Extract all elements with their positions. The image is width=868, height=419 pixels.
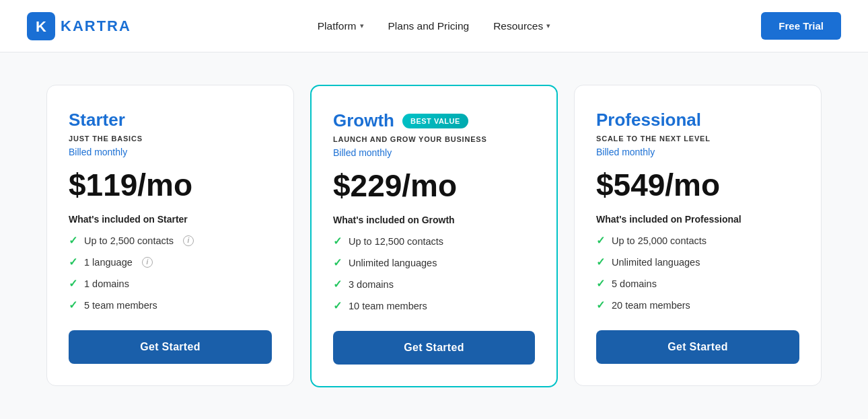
plan-features-professional: ✓Up to 25,000 contacts✓Unlimited languag… — [596, 234, 799, 311]
plan-tagline-starter: JUST THE BASICS — [69, 135, 272, 143]
resources-chevron-icon: ▾ — [546, 22, 550, 30]
list-item: ✓1 languagei — [69, 256, 272, 268]
plan-features-growth: ✓Up to 12,500 contacts✓Unlimited languag… — [333, 235, 535, 312]
list-item: ✓3 domains — [333, 278, 535, 291]
check-icon: ✓ — [333, 278, 342, 291]
list-item: ✓1 domains — [69, 277, 272, 290]
plan-name-row-professional: Professional — [596, 110, 799, 130]
info-icon: i — [142, 257, 153, 268]
check-icon: ✓ — [596, 234, 605, 247]
feature-text: 5 domains — [612, 278, 657, 289]
feature-text: Unlimited languages — [349, 258, 437, 268]
feature-text: 10 team members — [349, 301, 427, 311]
best-value-badge: BEST VALUE — [402, 114, 468, 128]
plans-grid: StarterJUST THE BASICSBilled monthly$119… — [46, 85, 822, 387]
list-item: ✓Up to 2,500 contactsi — [69, 234, 272, 247]
nav-platform[interactable]: Platform ▾ — [318, 20, 364, 32]
check-icon: ✓ — [333, 299, 342, 312]
feature-text: 5 team members — [84, 300, 157, 311]
free-trial-button[interactable]: Free Trial — [761, 12, 841, 40]
plan-name-row-growth: GrowthBEST VALUE — [333, 110, 535, 131]
list-item: ✓Up to 12,500 contacts — [333, 235, 535, 247]
feature-text: 20 team members — [612, 300, 690, 311]
logo[interactable]: K KARTRA — [27, 12, 131, 40]
list-item: ✓20 team members — [596, 299, 799, 311]
feature-text: 1 domains — [84, 278, 129, 289]
plan-name-professional: Professional — [596, 110, 701, 130]
nav-resources[interactable]: Resources ▾ — [493, 20, 550, 32]
svg-text:K: K — [36, 17, 46, 34]
plan-includes-title-growth: What's included on Growth — [333, 215, 535, 225]
plan-price-professional: $549/mo — [596, 169, 799, 200]
plan-price-starter: $119/mo — [69, 169, 272, 200]
plan-card-starter: StarterJUST THE BASICSBilled monthly$119… — [46, 85, 294, 386]
list-item: ✓Unlimited languages — [333, 256, 535, 269]
plan-card-professional: ProfessionalSCALE TO THE NEXT LEVELBille… — [574, 85, 822, 386]
plan-includes-title-professional: What's included on Professional — [596, 214, 799, 225]
list-item: ✓Up to 25,000 contacts — [596, 234, 799, 247]
plan-name-growth: Growth — [333, 110, 394, 131]
plan-includes-title-starter: What's included on Starter — [69, 214, 272, 225]
check-icon: ✓ — [69, 277, 77, 290]
check-icon: ✓ — [69, 299, 77, 311]
plan-billing-growth: Billed monthly — [333, 147, 535, 158]
get-started-button-growth[interactable]: Get Started — [333, 331, 535, 365]
check-icon: ✓ — [596, 256, 605, 268]
header: K KARTRA Platform ▾ Plans and Pricing Re… — [0, 0, 868, 52]
plan-name-starter: Starter — [69, 110, 125, 130]
platform-chevron-icon: ▾ — [360, 22, 364, 30]
plan-billing-professional: Billed monthly — [596, 147, 799, 157]
get-started-button-starter[interactable]: Get Started — [69, 330, 272, 364]
feature-text: Up to 2,500 contacts — [84, 235, 174, 246]
list-item: ✓5 team members — [69, 299, 272, 311]
check-icon: ✓ — [333, 256, 342, 269]
main-content: StarterJUST THE BASICSBilled monthly$119… — [30, 52, 838, 419]
feature-text: Up to 12,500 contacts — [349, 236, 443, 247]
check-icon: ✓ — [596, 299, 605, 311]
feature-text: Unlimited languages — [612, 257, 700, 268]
list-item: ✓10 team members — [333, 299, 535, 312]
feature-text: 1 language — [84, 257, 133, 268]
check-icon: ✓ — [69, 256, 77, 268]
info-icon: i — [183, 235, 194, 246]
list-item: ✓Unlimited languages — [596, 256, 799, 268]
list-item: ✓5 domains — [596, 277, 799, 290]
get-started-button-professional[interactable]: Get Started — [596, 330, 799, 364]
feature-text: 3 domains — [349, 279, 394, 290]
plan-tagline-professional: SCALE TO THE NEXT LEVEL — [596, 135, 799, 143]
check-icon: ✓ — [333, 235, 342, 247]
nav-plans-pricing[interactable]: Plans and Pricing — [388, 20, 470, 32]
feature-text: Up to 25,000 contacts — [612, 235, 707, 246]
plan-name-row-starter: Starter — [69, 110, 272, 130]
main-nav: Platform ▾ Plans and Pricing Resources ▾ — [318, 20, 550, 32]
plan-price-growth: $229/mo — [333, 170, 535, 201]
check-icon: ✓ — [69, 234, 77, 247]
plan-tagline-growth: LAUNCH AND GROW YOUR BUSINESS — [333, 135, 535, 143]
plan-card-growth: GrowthBEST VALUELAUNCH AND GROW YOUR BUS… — [310, 85, 558, 387]
check-icon: ✓ — [596, 277, 605, 290]
logo-text: KARTRA — [61, 17, 131, 35]
plan-billing-starter: Billed monthly — [69, 147, 272, 157]
plan-features-starter: ✓Up to 2,500 contactsi✓1 languagei✓1 dom… — [69, 234, 272, 311]
